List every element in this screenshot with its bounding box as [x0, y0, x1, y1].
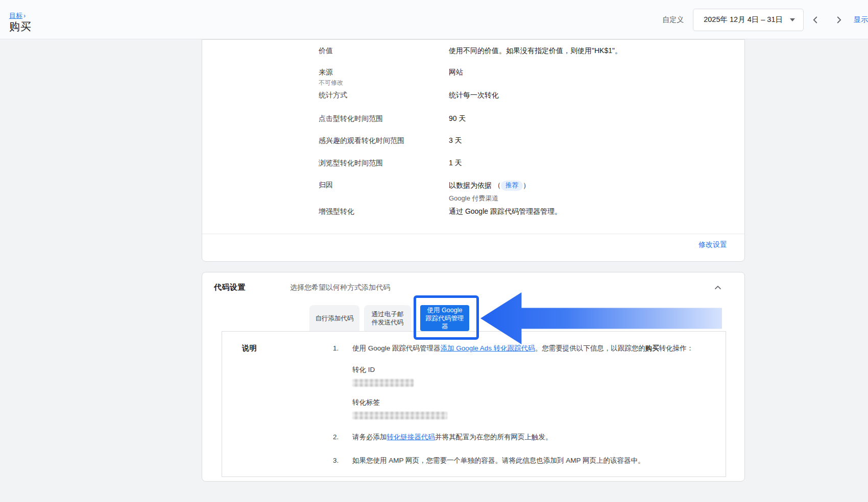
instructions-panel: 说明 1. 使用 Google 跟踪代码管理器添加 Google Ads 转化跟… — [222, 331, 726, 477]
row-sublabel: 不可修改 — [319, 79, 449, 87]
row-label: 增强型转化 — [319, 207, 354, 215]
row-subvalue: Google 付费渠道 — [449, 194, 724, 203]
step-3: 3. 如果您使用 AMP 网页，您需要一个单独的容器。请将此信息也添加到 AMP… — [333, 455, 705, 466]
collapse-section-button[interactable] — [710, 280, 726, 296]
conversion-details-card: 价值 使用不同的价值。如果没有指定价值，则使用"HK$1"。 来源 不可修改 网… — [202, 39, 745, 262]
step-2: 2. 请务必添加转化链接器代码并将其配置为在您的所有网页上触发。 — [333, 432, 705, 443]
previous-period-button[interactable] — [804, 9, 827, 31]
breadcrumb-goal-link[interactable]: 目标 — [9, 12, 22, 19]
tab-email-tag[interactable]: 通过电子邮件发送代码 — [364, 305, 411, 331]
tab-use-google-tag-manager[interactable]: 使用 Google 跟踪代码管理器 — [420, 305, 469, 331]
detail-row: 归因 以数据为依据 （推荐） Google 付费渠道 — [319, 181, 724, 203]
detail-row: 统计方式 统计每一次转化 — [319, 91, 724, 100]
row-label: 统计方式 — [319, 91, 347, 99]
row-label: 点击型转化时间范围 — [319, 114, 383, 122]
tag-setup-title: 代码设置 — [214, 283, 246, 292]
breadcrumb-arrow-icon: › — [23, 12, 26, 19]
step-text: 转化操作： — [659, 344, 694, 352]
conversion-tag-label: 转化标签 — [352, 397, 705, 408]
recommended-badge: 推荐 — [501, 181, 523, 191]
row-value: 90 天 — [449, 114, 466, 122]
row-value: 统计每一次转化 — [449, 91, 499, 99]
step-number: 1. — [333, 343, 352, 354]
detail-row: 点击型转化时间范围 90 天 — [319, 114, 724, 123]
page-title: 购买 — [9, 19, 32, 34]
row-label: 浏览型转化时间范围 — [319, 159, 383, 167]
step-1: 1. 使用 Google 跟踪代码管理器添加 Google Ads 转化跟踪代码… — [333, 343, 705, 354]
conversion-tag-field: 转化标签 — [352, 397, 705, 419]
caret-down-icon — [790, 18, 795, 21]
detail-row: 价值 使用不同的价值。如果没有指定价值，则使用"HK$1"。 — [319, 46, 724, 56]
row-label: 价值 — [319, 46, 333, 55]
step-number: 3. — [333, 455, 352, 466]
detail-row: 来源 不可修改 网站 — [319, 68, 724, 87]
conversion-name-bold: 购买 — [645, 344, 659, 352]
paren-close: ） — [523, 181, 530, 189]
tab-add-tag-yourself[interactable]: 自行添加代码 — [309, 305, 359, 331]
conversion-linker-link[interactable]: 转化链接器代码 — [387, 433, 436, 441]
date-range-value: 2025年 12月 4日 – 31日 — [704, 15, 783, 24]
row-value: 1 天 — [449, 159, 462, 167]
tag-setup-card: 代码设置 选择您希望以何种方式添加代码 自行添加代码 通过电子邮件发送代码 使用… — [202, 272, 745, 482]
detail-row: 浏览型转化时间范围 1 天 — [319, 159, 724, 168]
instructions-title: 说明 — [242, 344, 257, 353]
detail-row: 增强型转化 通过 Google 跟踪代码管理器管理。 — [319, 207, 724, 216]
step-number: 2. — [333, 432, 352, 443]
row-value: 以数据为依据 — [449, 181, 492, 189]
date-range-selector[interactable]: 2025年 12月 4日 – 31日 — [693, 9, 804, 31]
chevron-left-icon — [810, 14, 821, 26]
next-period-button[interactable] — [827, 9, 851, 31]
chevron-right-icon — [833, 14, 845, 26]
add-conversion-tag-link[interactable]: 添加 Google Ads 转化跟踪代码 — [441, 344, 535, 352]
row-value: 网站 — [449, 68, 463, 76]
conversion-tag-redacted-value — [352, 412, 447, 419]
conversion-id-redacted-value — [352, 379, 414, 387]
show-link[interactable]: 显示过 — [854, 15, 868, 24]
row-label: 感兴趣的观看转化时间范围 — [319, 136, 404, 144]
step-text: 。您需要提供以下信息，以跟踪您的 — [535, 344, 645, 352]
row-value: 3 天 — [449, 136, 462, 144]
top-header-bar: 目标› 购买 自定义 2025年 12月 4日 – 31日 显示过 — [0, 0, 868, 39]
instructions-steps: 1. 使用 Google 跟踪代码管理器添加 Google Ads 转化跟踪代码… — [333, 343, 705, 466]
row-value: 通过 Google 跟踪代码管理器管理。 — [449, 207, 562, 215]
row-label: 来源 — [319, 68, 449, 77]
step-text: 并将其配置为在您的所有网页上触发。 — [435, 433, 552, 441]
step-text: 如果您使用 AMP 网页，您需要一个单独的容器。请将此信息也添加到 AMP 网页… — [352, 457, 645, 464]
row-value: 使用不同的价值。如果没有指定价值，则使用"HK$1"。 — [449, 46, 622, 55]
step-text: 使用 Google 跟踪代码管理器 — [352, 344, 441, 352]
page: 目标› 购买 自定义 2025年 12月 4日 – 31日 显示过 价值 使用不… — [0, 0, 868, 502]
custom-range-label: 自定义 — [662, 15, 684, 24]
chevron-up-icon — [713, 283, 723, 293]
step-text: 请务必添加 — [352, 433, 387, 441]
tag-setup-subtitle: 选择您希望以何种方式添加代码 — [290, 283, 390, 292]
conversion-id-label: 转化 ID — [352, 364, 705, 375]
conversion-id-field: 转化 ID — [352, 364, 705, 387]
row-label: 归因 — [319, 181, 333, 189]
detail-row: 感兴趣的观看转化时间范围 3 天 — [319, 136, 724, 145]
edit-settings-link[interactable]: 修改设置 — [698, 240, 727, 249]
card-footer-divider — [202, 234, 744, 234]
date-controls: 自定义 2025年 12月 4日 – 31日 显示过 — [662, 0, 868, 39]
paren-open: （ — [494, 181, 501, 189]
